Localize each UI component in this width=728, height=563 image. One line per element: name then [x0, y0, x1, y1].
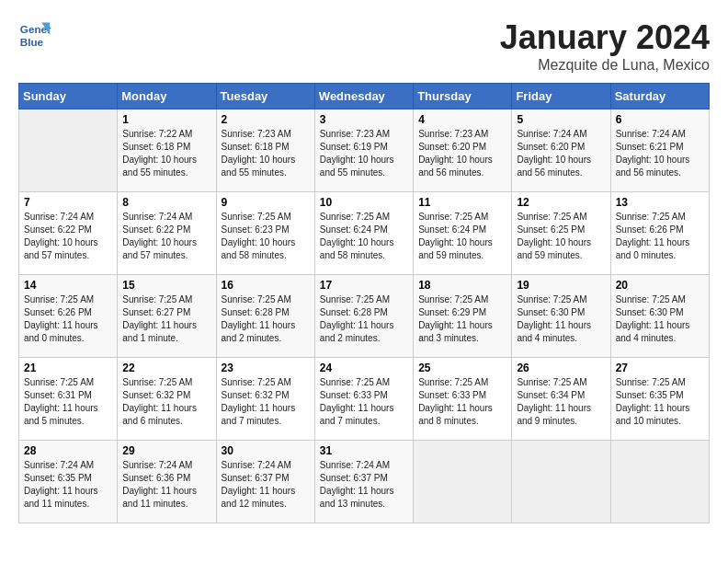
- day-number: 11: [418, 196, 506, 209]
- calendar-cell: 9Sunrise: 7:25 AM Sunset: 6:23 PM Daylig…: [216, 192, 314, 275]
- title-block: January 2024 Mezquite de Luna, Mexico: [500, 18, 710, 74]
- week-row: 7Sunrise: 7:24 AM Sunset: 6:22 PM Daylig…: [19, 192, 710, 275]
- day-info: Sunrise: 7:24 AM Sunset: 6:35 PM Dayligh…: [24, 459, 112, 511]
- calendar-cell: 15Sunrise: 7:25 AM Sunset: 6:27 PM Dayli…: [118, 275, 216, 358]
- logo-icon: General Blue: [18, 18, 51, 52]
- calendar-cell: 13Sunrise: 7:25 AM Sunset: 6:26 PM Dayli…: [610, 192, 709, 275]
- day-number: 1: [122, 113, 210, 126]
- day-number: 8: [122, 196, 210, 209]
- day-info: Sunrise: 7:25 AM Sunset: 6:26 PM Dayligh…: [24, 293, 112, 345]
- day-number: 21: [24, 362, 112, 374]
- calendar-cell: 6Sunrise: 7:24 AM Sunset: 6:21 PM Daylig…: [610, 109, 709, 192]
- calendar-cell: 20Sunrise: 7:25 AM Sunset: 6:30 PM Dayli…: [610, 275, 709, 358]
- day-number: 5: [517, 113, 605, 126]
- day-info: Sunrise: 7:24 AM Sunset: 6:20 PM Dayligh…: [517, 128, 605, 179]
- calendar-subtitle: Mezquite de Luna, Mexico: [500, 57, 710, 74]
- day-number: 6: [616, 113, 704, 126]
- day-info: Sunrise: 7:24 AM Sunset: 6:36 PM Dayligh…: [122, 459, 210, 511]
- calendar-cell: 16Sunrise: 7:25 AM Sunset: 6:28 PM Dayli…: [216, 275, 314, 358]
- day-info: Sunrise: 7:25 AM Sunset: 6:23 PM Dayligh…: [222, 211, 310, 262]
- day-info: Sunrise: 7:25 AM Sunset: 6:25 PM Dayligh…: [517, 211, 605, 262]
- column-header-tuesday: Tuesday: [216, 84, 314, 109]
- day-number: 3: [320, 113, 408, 126]
- calendar-cell: 14Sunrise: 7:25 AM Sunset: 6:26 PM Dayli…: [19, 275, 118, 358]
- column-header-saturday: Saturday: [610, 84, 709, 109]
- day-info: Sunrise: 7:25 AM Sunset: 6:32 PM Dayligh…: [122, 376, 210, 428]
- day-number: 20: [616, 279, 704, 292]
- calendar-cell: 25Sunrise: 7:25 AM Sunset: 6:33 PM Dayli…: [414, 358, 512, 441]
- logo: General Blue: [18, 18, 51, 52]
- day-info: Sunrise: 7:25 AM Sunset: 6:32 PM Dayligh…: [222, 376, 310, 428]
- day-number: 10: [320, 196, 408, 209]
- day-info: Sunrise: 7:25 AM Sunset: 6:27 PM Dayligh…: [122, 293, 210, 345]
- day-number: 4: [418, 113, 506, 126]
- day-info: Sunrise: 7:25 AM Sunset: 6:35 PM Dayligh…: [616, 376, 704, 428]
- calendar-cell: 18Sunrise: 7:25 AM Sunset: 6:29 PM Dayli…: [414, 275, 512, 358]
- day-number: 17: [320, 279, 408, 292]
- day-info: Sunrise: 7:25 AM Sunset: 6:33 PM Dayligh…: [418, 376, 506, 428]
- week-row: 28Sunrise: 7:24 AM Sunset: 6:35 PM Dayli…: [19, 441, 710, 523]
- calendar-cell: [610, 441, 709, 523]
- calendar-cell: 26Sunrise: 7:25 AM Sunset: 6:34 PM Dayli…: [512, 358, 610, 441]
- day-number: 2: [222, 113, 310, 126]
- day-info: Sunrise: 7:23 AM Sunset: 6:18 PM Dayligh…: [222, 128, 310, 179]
- day-number: 28: [24, 444, 112, 457]
- calendar-cell: 8Sunrise: 7:24 AM Sunset: 6:22 PM Daylig…: [118, 192, 216, 275]
- day-info: Sunrise: 7:25 AM Sunset: 6:34 PM Dayligh…: [517, 376, 605, 428]
- day-number: 16: [222, 279, 310, 292]
- day-number: 31: [320, 444, 408, 457]
- calendar-cell: 29Sunrise: 7:24 AM Sunset: 6:36 PM Dayli…: [118, 441, 216, 523]
- calendar-cell: [414, 441, 512, 523]
- day-info: Sunrise: 7:23 AM Sunset: 6:20 PM Dayligh…: [418, 128, 506, 179]
- day-number: 19: [517, 279, 605, 292]
- day-info: Sunrise: 7:22 AM Sunset: 6:18 PM Dayligh…: [122, 128, 210, 179]
- calendar-cell: 12Sunrise: 7:25 AM Sunset: 6:25 PM Dayli…: [512, 192, 610, 275]
- day-info: Sunrise: 7:25 AM Sunset: 6:31 PM Dayligh…: [24, 376, 112, 428]
- header-row: SundayMondayTuesdayWednesdayThursdayFrid…: [19, 84, 710, 109]
- day-number: 25: [418, 362, 506, 374]
- day-number: 24: [320, 362, 408, 374]
- page-header: General Blue January 2024 Mezquite de Lu…: [18, 18, 710, 74]
- day-number: 9: [222, 196, 310, 209]
- calendar-cell: 23Sunrise: 7:25 AM Sunset: 6:32 PM Dayli…: [216, 358, 314, 441]
- day-info: Sunrise: 7:25 AM Sunset: 6:24 PM Dayligh…: [418, 211, 506, 262]
- day-number: 23: [222, 362, 310, 374]
- calendar-cell: 30Sunrise: 7:24 AM Sunset: 6:37 PM Dayli…: [216, 441, 314, 523]
- day-info: Sunrise: 7:25 AM Sunset: 6:28 PM Dayligh…: [222, 293, 310, 345]
- day-info: Sunrise: 7:25 AM Sunset: 6:29 PM Dayligh…: [418, 293, 506, 345]
- day-info: Sunrise: 7:24 AM Sunset: 6:21 PM Dayligh…: [616, 128, 704, 179]
- day-number: 18: [418, 279, 506, 292]
- calendar-table: SundayMondayTuesdayWednesdayThursdayFrid…: [18, 83, 710, 523]
- column-header-monday: Monday: [118, 84, 216, 109]
- day-info: Sunrise: 7:25 AM Sunset: 6:24 PM Dayligh…: [320, 211, 408, 262]
- calendar-cell: 24Sunrise: 7:25 AM Sunset: 6:33 PM Dayli…: [314, 358, 413, 441]
- calendar-cell: 2Sunrise: 7:23 AM Sunset: 6:18 PM Daylig…: [216, 109, 314, 192]
- calendar-cell: [19, 109, 118, 192]
- day-number: 29: [122, 444, 210, 457]
- day-number: 26: [517, 362, 605, 374]
- calendar-cell: 7Sunrise: 7:24 AM Sunset: 6:22 PM Daylig…: [19, 192, 118, 275]
- column-header-friday: Friday: [512, 84, 610, 109]
- calendar-cell: 3Sunrise: 7:23 AM Sunset: 6:19 PM Daylig…: [314, 109, 413, 192]
- calendar-cell: 31Sunrise: 7:24 AM Sunset: 6:37 PM Dayli…: [314, 441, 413, 523]
- week-row: 1Sunrise: 7:22 AM Sunset: 6:18 PM Daylig…: [19, 109, 710, 192]
- day-info: Sunrise: 7:25 AM Sunset: 6:28 PM Dayligh…: [320, 293, 408, 345]
- calendar-cell: 10Sunrise: 7:25 AM Sunset: 6:24 PM Dayli…: [314, 192, 413, 275]
- day-info: Sunrise: 7:25 AM Sunset: 6:30 PM Dayligh…: [616, 293, 704, 345]
- day-info: Sunrise: 7:24 AM Sunset: 6:22 PM Dayligh…: [24, 211, 112, 262]
- calendar-cell: 1Sunrise: 7:22 AM Sunset: 6:18 PM Daylig…: [118, 109, 216, 192]
- week-row: 21Sunrise: 7:25 AM Sunset: 6:31 PM Dayli…: [19, 358, 710, 441]
- calendar-cell: 28Sunrise: 7:24 AM Sunset: 6:35 PM Dayli…: [19, 441, 118, 523]
- calendar-cell: 5Sunrise: 7:24 AM Sunset: 6:20 PM Daylig…: [512, 109, 610, 192]
- column-header-wednesday: Wednesday: [314, 84, 413, 109]
- day-number: 15: [122, 279, 210, 292]
- day-number: 27: [616, 362, 704, 374]
- day-number: 7: [24, 196, 112, 209]
- calendar-cell: 19Sunrise: 7:25 AM Sunset: 6:30 PM Dayli…: [512, 275, 610, 358]
- day-number: 12: [517, 196, 605, 209]
- calendar-title: January 2024: [500, 18, 710, 57]
- calendar-cell: 27Sunrise: 7:25 AM Sunset: 6:35 PM Dayli…: [610, 358, 709, 441]
- calendar-cell: 17Sunrise: 7:25 AM Sunset: 6:28 PM Dayli…: [314, 275, 413, 358]
- calendar-cell: 22Sunrise: 7:25 AM Sunset: 6:32 PM Dayli…: [118, 358, 216, 441]
- day-info: Sunrise: 7:24 AM Sunset: 6:22 PM Dayligh…: [122, 211, 210, 262]
